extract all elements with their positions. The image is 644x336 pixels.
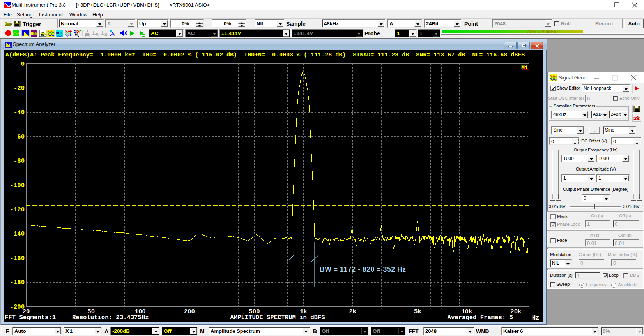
svg-text:FFT Segments:1: FFT Segments:1: [5, 314, 56, 321]
svg-text:B: B: [104, 32, 108, 37]
svg-text:000: 000: [57, 34, 62, 37]
svg-text:Hz: Hz: [532, 315, 540, 322]
svg-text:0: 0: [21, 61, 25, 68]
svg-text:-60: -60: [14, 134, 25, 141]
svg-text:888: 888: [30, 31, 38, 37]
svg-text:2k: 2k: [349, 308, 356, 315]
svg-text:BW = 1172 - 820 = 352 Hz: BW = 1172 - 820 = 352 Hz: [320, 266, 406, 273]
svg-text:Mi: Mi: [521, 65, 528, 71]
svg-text:P: P: [79, 30, 81, 33]
svg-text:-80: -80: [14, 158, 25, 165]
svg-text:-100: -100: [10, 182, 25, 189]
svg-text:Averaged Frames: 5: Averaged Frames: 5: [448, 314, 513, 321]
svg-text:A: A: [96, 32, 99, 37]
svg-text:-40: -40: [14, 109, 25, 116]
svg-text:-140: -140: [10, 230, 25, 237]
svg-text:D: D: [74, 30, 76, 33]
svg-text:200: 200: [184, 308, 195, 315]
svg-text:D: D: [76, 30, 79, 33]
svg-text:AMPLITUDE SPECTRUM in dBFS: AMPLITUDE SPECTRUM in dBFS: [230, 314, 325, 321]
svg-text:-160: -160: [10, 255, 25, 262]
svg-text:-20: -20: [14, 85, 25, 92]
svg-text:-180: -180: [10, 279, 25, 286]
svg-text:5k: 5k: [414, 308, 421, 315]
svg-text:-120: -120: [10, 206, 25, 213]
svg-text:Resolution: 23.4375Hz: Resolution: 23.4375Hz: [72, 314, 149, 321]
